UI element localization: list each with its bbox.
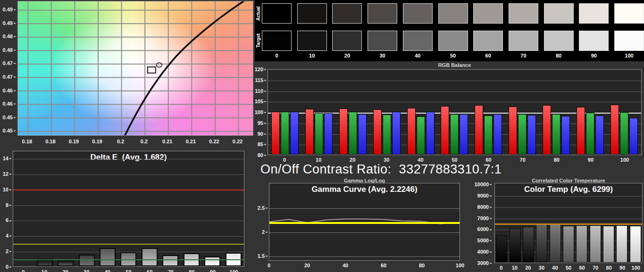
axis-tick-label: 60 [381, 263, 386, 268]
axis-tick-label: 90 [258, 131, 266, 136]
cct-bars [495, 183, 642, 263]
grayscale-column: 10 [297, 0, 327, 61]
rgb-bar-group [370, 70, 404, 155]
axis-tick-label: 90 [616, 264, 629, 271]
rgb-bar-green [281, 112, 289, 155]
rgb-bar-group [404, 70, 438, 155]
axis-tick-label: 0.2 [141, 139, 148, 144]
delta-e-slot [55, 151, 76, 266]
gamma-title: Gamma Curve (Avg. 2.2246) [269, 185, 460, 194]
cct-x-axis: 0102030405060708090100 [494, 264, 643, 271]
axis-tick-label: 0.47 [3, 61, 16, 66]
axis-tick-label: 10 [301, 156, 335, 163]
cct-bar [563, 226, 574, 263]
rgb-balance-title: RGB Balance [268, 62, 642, 68]
axis-tick-label: 20 [335, 156, 369, 163]
rgb-bar-red [373, 109, 382, 155]
axis-tick-label: 100 [255, 110, 266, 115]
grayscale-ramp-panel: Actual Target 0102030405060708090100 [255, 0, 644, 61]
axis-tick-label: 0.49 [3, 7, 16, 12]
cct-bar [590, 225, 601, 263]
rgb-bar-green [518, 114, 527, 155]
delta-e-slot [76, 151, 97, 266]
delta-e-x-axis: 0102030405060708090100 [13, 268, 244, 272]
axis-tick-label: 0.21 [186, 139, 196, 144]
cie-overlay [18, 1, 253, 135]
axis-tick-label: 100 [629, 264, 643, 271]
gridline [269, 208, 460, 209]
target-swatch [297, 31, 327, 51]
axis-tick-label: 0 [494, 264, 508, 271]
axis-tick-label: 3000 [477, 261, 492, 266]
grayscale-level-label: 100 [614, 53, 644, 58]
cct-bar [536, 224, 547, 263]
axis-tick-label: 0.46 [3, 88, 16, 93]
rgb-bar-blue [324, 113, 333, 155]
rgb-bar-blue [527, 115, 536, 155]
delta-e-bar [58, 261, 74, 266]
axis-tick-label: 0.45 [3, 115, 16, 120]
rgb-bar-group [607, 70, 641, 155]
axis-tick-label: 0.22 [233, 139, 243, 144]
cct-bar [523, 227, 534, 263]
grayscale-column: 70 [509, 0, 538, 61]
rgb-bar-blue [392, 112, 401, 155]
delta-e-chart: Delta E (Avg. 1.682) 14121086420 0102030… [0, 150, 250, 272]
axis-tick-label: 0.18 [22, 139, 32, 144]
actual-swatch [544, 3, 574, 24]
cct-slot [522, 183, 535, 263]
delta-e-slot [118, 151, 139, 266]
delta-e-bar [162, 255, 178, 266]
rgb-bar-green [383, 115, 391, 155]
axis-tick-label: 30 [369, 156, 403, 163]
grayscale-column: 0 [262, 0, 292, 61]
axis-tick-label: 80 [602, 264, 616, 271]
axis-tick-label: 2.5 [258, 206, 268, 211]
axis-tick-label: 12 [3, 171, 11, 176]
axis-tick-label: 60 [472, 156, 506, 163]
axis-tick-label: 50 [437, 156, 471, 163]
target-swatch [473, 31, 503, 51]
axis-tick-label: 8000 [477, 204, 492, 209]
axis-tick-label: 60 [575, 264, 589, 271]
cct-slot [508, 183, 521, 263]
axis-tick-label: 0.48 [3, 47, 16, 52]
axis-tick-label: 80 [258, 153, 266, 158]
rgb-bar-red [611, 105, 619, 155]
axis-tick-label: 10 [3, 187, 11, 192]
axis-tick-label: 10 [34, 268, 55, 272]
rgb-bar-group [471, 70, 505, 155]
axis-tick-label: 0.19 [69, 139, 79, 144]
target-swatch [544, 31, 574, 51]
cct-slot [629, 183, 642, 263]
cct-slot [562, 183, 575, 263]
contrast-ratio-text: On/Off Contrast Ratio: 33277883310.7:1 [260, 162, 502, 177]
axis-tick-label: 0.49 [3, 20, 16, 25]
grayscale-column: 30 [368, 0, 397, 61]
axis-tick-label: 10 [508, 264, 522, 271]
actual-swatch [297, 3, 327, 24]
target-swatch [438, 31, 468, 51]
grayscale-column: 90 [579, 0, 609, 61]
delta-e-bar [142, 248, 158, 266]
calibration-report: 0.490.490.480.480.470.470.460.460.450.45… [0, 0, 644, 272]
rgb-bar-red [475, 105, 483, 155]
cct-slot [602, 183, 615, 263]
rgb-bar-red [407, 108, 416, 155]
axis-tick-label: 14 [3, 156, 11, 161]
rgb-bar-groups [268, 70, 641, 155]
grayscale-level-label: 0 [262, 53, 292, 58]
axis-tick-label: 60 [139, 268, 160, 272]
cct-bar [510, 228, 521, 263]
delta-e-slot [202, 151, 223, 266]
rgb-bar-red [339, 108, 348, 155]
axis-tick-label: 0.18 [45, 139, 55, 144]
rgb-bar-blue [358, 114, 367, 155]
grayscale-level-label: 90 [579, 53, 609, 58]
axis-tick-label: 2 [6, 249, 11, 254]
axis-tick-label: 50 [562, 264, 576, 271]
axis-tick-label: 100 [223, 268, 244, 272]
cie-locus-curve [124, 1, 246, 135]
grayscale-column: 40 [403, 0, 433, 61]
rgb-bar-group [573, 70, 607, 155]
